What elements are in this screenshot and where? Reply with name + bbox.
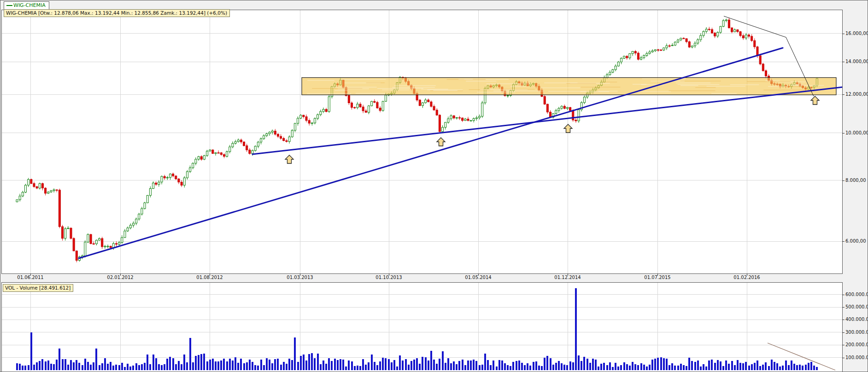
x-axis-label: 01.02.2016 [732, 275, 762, 280]
price-chart-panel[interactable] [1, 10, 843, 274]
volume-y-axis-label: 200.000.000 [845, 342, 868, 347]
axis-tick [842, 94, 845, 95]
volume-y-axis-label: 300.000.000 [845, 330, 868, 335]
price-y-axis-label: 6.000,00 [845, 238, 866, 244]
x-axis-label: 01.08.2012 [194, 275, 225, 280]
axis-tick [842, 345, 845, 345]
volume-y-axis-label: 400.000.000 [845, 317, 868, 322]
axis-tick [842, 62, 845, 62]
volume-info-box: VOL - Volume [28.491.612] [3, 284, 73, 292]
price-y-axis-label: 16.000,00 [845, 31, 868, 36]
legend-label: WIG-CHEMIA [13, 2, 46, 8]
x-axis-label: 02.01.2012 [105, 275, 135, 280]
x-axis-label: 01.03.2013 [285, 275, 315, 280]
line-series-icon [6, 5, 12, 6]
axis-tick [842, 180, 845, 181]
axis-tick [842, 133, 845, 134]
axis-tick [842, 34, 845, 34]
chart-application-window: WIG-CHEMIA WIG-CHEMIA [Otw.: 12.878,06 M… [0, 0, 868, 372]
ohlc-info-text: WIG-CHEMIA [Otw.: 12.878,06 Max.: 13.192… [6, 10, 227, 16]
axis-tick [842, 241, 845, 242]
x-axis-label: 01.07.2015 [642, 275, 673, 280]
volume-y-axis-label: 100.000.000 [845, 355, 868, 360]
price-y-axis-label: 10.000,00 [845, 130, 868, 135]
ohlc-info-box: WIG-CHEMIA [Otw.: 12.878,06 Max.: 13.192… [4, 9, 230, 17]
axis-tick [842, 307, 845, 308]
axis-tick [842, 332, 845, 333]
price-y-axis-label: 12.000,00 [845, 92, 868, 97]
volume-chart-panel[interactable] [1, 282, 843, 372]
x-axis-label: 01.05.2014 [463, 275, 493, 280]
volume-y-axis-label: 500.000.000 [845, 304, 868, 309]
price-y-axis-label: 8.000,00 [845, 178, 866, 183]
axis-tick [842, 320, 845, 320]
x-axis-label: 01.12.2014 [552, 275, 583, 280]
x-axis-label: 01.10.2013 [374, 275, 404, 280]
axis-tick [842, 358, 845, 358]
price-y-axis-label: 14.000,00 [845, 59, 868, 64]
volume-info-text: VOL - Volume [28.491.612] [5, 285, 70, 291]
series-legend[interactable]: WIG-CHEMIA [4, 1, 49, 10]
volume-y-axis-label: 600.000.000 [845, 292, 868, 297]
axis-tick [842, 295, 845, 295]
x-axis-label: 01.06.2011 [15, 275, 46, 280]
